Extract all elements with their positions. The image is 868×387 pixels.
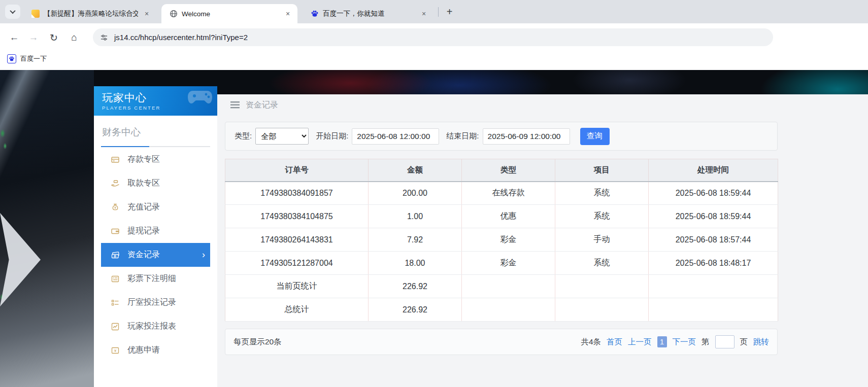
page-prefix-label: 第	[702, 337, 710, 347]
sidebar-menu: 存款专区 取款专区	[94, 147, 217, 362]
sidebar-header: 玩家中心 PLAYERS CENTER	[94, 86, 217, 116]
svg-text:¥: ¥	[114, 348, 117, 353]
tab-search-button[interactable]	[5, 5, 20, 19]
sidebar-item-fund-records[interactable]: 资金记录 ›	[101, 243, 210, 267]
total-stats-row: 总统计 226.92	[225, 298, 778, 322]
type-select[interactable]: 全部	[255, 128, 309, 145]
cell-time: 2025-06-08 18:48:17	[649, 252, 778, 275]
cell-amount: 1.00	[369, 205, 462, 228]
start-date-label: 开始日期:	[316, 131, 348, 141]
first-page-link[interactable]: 首页	[607, 337, 622, 347]
chevron-down-icon	[10, 8, 15, 14]
table-row: 1749380384104875 1.00 优惠 系统 2025-06-08 1…	[225, 205, 778, 228]
chevron-right-icon: ›	[202, 250, 205, 260]
banknotes-icon	[111, 251, 120, 260]
close-icon[interactable]: ×	[142, 9, 151, 18]
per-page-text: 每页显示20条	[233, 337, 282, 347]
sidebar-item-promo-application[interactable]: ¥ 优惠申请	[101, 338, 210, 362]
page-stats-row: 当前页统计 226.92	[225, 275, 778, 298]
total-count: 共4条	[581, 337, 601, 347]
pagination-controls: 共4条 首页 上一页 1 下一页 第 页 跳转	[581, 335, 769, 348]
cell-item: 系统	[555, 182, 649, 205]
money-bag-icon: ¥	[111, 203, 120, 212]
type-label: 类型:	[235, 131, 252, 141]
sidebar-item-label: 提现记录	[127, 226, 160, 236]
stats-amount: 226.92	[369, 298, 462, 322]
sidebar-item-withdraw-zone[interactable]: 取款专区	[101, 171, 210, 195]
page-jump-input[interactable]	[715, 335, 735, 348]
sidebar-item-withdrawal-records[interactable]: 提现记录	[101, 219, 210, 243]
cell-time: 2025-06-08 18:59:44	[649, 205, 778, 228]
sidebar-item-label: 充值记录	[127, 202, 160, 213]
current-page-indicator[interactable]: 1	[657, 336, 667, 347]
query-button[interactable]: 查询	[580, 128, 610, 145]
sidebar-item-recharge-records[interactable]: ¥ 充值记录	[101, 195, 210, 219]
cell-order-id: 1749380384104875	[225, 205, 369, 228]
sidebar-body: 财务中心 存款专区	[94, 116, 217, 387]
reload-button[interactable]: ↻	[47, 30, 61, 45]
stats-label: 当前页统计	[225, 275, 369, 298]
next-page-link[interactable]: 下一页	[673, 337, 696, 347]
bookmark-label: 百度一下	[20, 54, 47, 63]
tab-title: 【新提醒】海燕策略论坛综合交	[44, 9, 138, 18]
cell-type: 彩金	[462, 228, 555, 252]
sidebar-item-label: 资金记录	[127, 250, 160, 260]
list-items-icon	[111, 298, 120, 307]
sidebar-item-player-bet-report[interactable]: 玩家投注报表	[101, 314, 210, 338]
end-date-label: 结束日期:	[446, 131, 479, 141]
back-button[interactable]: ←	[7, 30, 21, 45]
coupon-icon: ¥	[111, 346, 120, 355]
sidebar-item-deposit-zone[interactable]: 存款专区	[101, 148, 210, 171]
hand-money-icon	[111, 179, 120, 188]
menu-toggle-icon[interactable]	[230, 101, 240, 109]
stats-label: 总统计	[225, 298, 369, 322]
tab-strip: 【新提醒】海燕策略论坛综合交 × Welcome × 百度一下，你就知道 ×	[0, 0, 868, 23]
tab-baidu[interactable]: 百度一下，你就知道 ×	[303, 4, 433, 23]
col-type: 类型	[462, 159, 555, 182]
svg-text:¥: ¥	[114, 205, 116, 209]
table-header-row: 订单号 金额 类型 项目 处理时间	[225, 159, 778, 182]
close-icon[interactable]: ×	[283, 9, 292, 18]
cell-time: 2025-06-08 18:57:44	[649, 228, 778, 252]
cell-order-id: 1749380384091857	[225, 182, 369, 205]
tab-title: Welcome	[182, 10, 279, 18]
globe-icon	[170, 10, 178, 18]
sidebar-item-hall-bet-records[interactable]: 厅室投注记录	[101, 291, 210, 314]
sidebar-item-lottery-bet-details[interactable]: 彩票下注明细	[101, 267, 210, 291]
tab-welcome[interactable]: Welcome ×	[161, 4, 297, 23]
bookmark-baidu[interactable]: 百度一下	[7, 54, 47, 63]
site-settings-icon[interactable]	[100, 33, 108, 42]
document-list-icon	[111, 274, 120, 284]
baidu-paw-icon	[311, 10, 319, 18]
webpage: 玩家中心 PLAYERS CENTER 财务中心	[0, 70, 868, 387]
browser-window: 【新提醒】海燕策略论坛综合交 × Welcome × 百度一下，你就知道 ×	[0, 0, 868, 387]
table-row: 1749380264143831 7.92 彩金 手动 2025-06-08 1…	[225, 228, 778, 252]
address-bar[interactable]: js14.cc/hhcp/usercenter.html?iniType=2	[93, 28, 773, 46]
col-item: 项目	[555, 159, 649, 182]
cell-order-id: 1749305121287004	[225, 252, 369, 275]
jump-link[interactable]: 跳转	[753, 337, 769, 347]
close-icon[interactable]: ×	[419, 9, 428, 18]
table-row: 1749380384091857 200.00 在线存款 系统 2025-06-…	[225, 182, 778, 205]
content-header: 资金记录	[217, 94, 868, 116]
sidebar-item-label: 彩票下注明细	[127, 273, 176, 284]
forward-button[interactable]: →	[26, 30, 41, 45]
stats-amount: 226.92	[369, 275, 462, 298]
player-center-sidebar: 玩家中心 PLAYERS CENTER 财务中心	[94, 86, 217, 387]
cell-amount: 18.00	[369, 252, 462, 275]
cell-item: 系统	[555, 205, 649, 228]
tab-forum[interactable]: 【新提醒】海燕策略论坛综合交 ×	[23, 4, 156, 23]
page-suffix-label: 页	[740, 337, 748, 347]
new-tab-button[interactable]: +	[443, 5, 456, 19]
sidebar-section-title: 财务中心	[94, 116, 217, 146]
cell-type: 优惠	[462, 205, 555, 228]
prev-page-link[interactable]: 上一页	[628, 337, 652, 347]
filter-bar: 类型: 全部 开始日期: 结束日期: 查询	[225, 122, 778, 151]
home-button[interactable]: ⌂	[67, 30, 81, 45]
bookmarks-bar: 百度一下	[0, 51, 868, 70]
url-text: js14.cc/hhcp/usercenter.html?iniType=2	[114, 33, 248, 42]
pagination-bar: 每页显示20条 共4条 首页 上一页 1 下一页 第 页 跳转	[225, 329, 778, 355]
start-date-input[interactable]	[352, 128, 439, 145]
col-amount: 金额	[369, 159, 462, 182]
end-date-input[interactable]	[483, 128, 570, 145]
